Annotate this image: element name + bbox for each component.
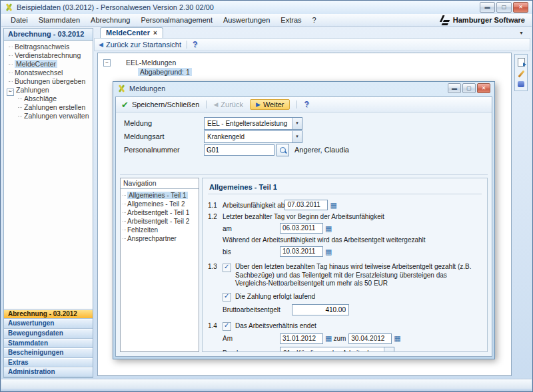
accordion-bewegungsdaten[interactable]: Bewegungsdaten	[4, 329, 93, 339]
next-button[interactable]: ▶ Weiter	[250, 99, 290, 110]
calendar-icon[interactable]: ▦	[325, 335, 332, 342]
menu-personalmanagement[interactable]: Personalmanagement	[135, 15, 218, 25]
app-window: Beispieldaten (03.2012) - Personalwesen …	[0, 0, 533, 392]
teilentgelt-checkbox[interactable]	[223, 264, 231, 272]
sidebar-accordion: Abrechnung - 03.2012 Auswertungen Bewegu…	[4, 309, 93, 377]
dialog-maximize-button[interactable]: ▢	[462, 83, 476, 93]
tab-meldecenter[interactable]: MeldeCenter×	[100, 27, 163, 38]
sidebar-item-zahlungen-verwalten[interactable]: Zahlungen verwalten	[4, 112, 93, 120]
personalnummer-search-button[interactable]	[276, 144, 289, 156]
menu-datei[interactable]: Datei	[5, 15, 33, 25]
sidebar: Abrechnung - 03.2012 Beitragsnachweis Ve…	[3, 28, 93, 378]
meldungen-dialog: Meldungen ▬ ▢ ✕ ✔ Speichern/Schließen ◀ …	[113, 81, 495, 359]
minimize-icon: ▬	[485, 5, 490, 10]
accordion-extras[interactable]: Extras	[4, 358, 93, 368]
endet-am-date-field[interactable]: 31.01.2012	[280, 333, 323, 344]
bruttoarbeitsentgelt-label: Bruttoarbeitsentgelt	[223, 306, 292, 313]
personalnummer-label: Personalnummer	[124, 146, 204, 154]
export-document-icon[interactable]	[518, 58, 525, 67]
zahlung-laufend-checkbox[interactable]	[223, 293, 231, 301]
close-button[interactable]: ✕	[513, 2, 528, 13]
dialog-close-button[interactable]: ✕	[477, 83, 490, 93]
bruttoarbeitsentgelt-input[interactable]	[292, 304, 349, 315]
menu-help[interactable]: ?	[307, 15, 322, 25]
minimize-button[interactable]: ▬	[480, 2, 495, 13]
zum-date-field[interactable]: 30.04.2012	[348, 333, 392, 344]
personalnummer-input[interactable]	[204, 144, 274, 156]
side-icon-strip	[514, 54, 528, 91]
sidebar-item-meldecenter[interactable]: MeldeCenter	[4, 60, 93, 69]
pencil-icon[interactable]	[518, 70, 524, 77]
menu-auswertungen[interactable]: Auswertungen	[218, 15, 275, 25]
brand-area: Hamburger Software	[440, 15, 528, 25]
menu-stammdaten[interactable]: Stammdaten	[33, 15, 85, 25]
window-title: Beispieldaten (03.2012) - Personalwesen …	[17, 3, 214, 11]
back-button-disabled[interactable]: ◀ Zurück	[213, 100, 243, 108]
tab-list-dropdown-icon[interactable]: ▼	[519, 31, 524, 35]
tree-collapse-icon[interactable]: −	[103, 59, 111, 67]
nav-arbeitsentgelt-teil-2[interactable]: Arbeitsentgelt - Teil 2	[121, 217, 199, 226]
dialog-body: ✔ Speichern/Schließen ◀ Zurück ▶ Weiter …	[115, 97, 492, 357]
dialog-navigation: Navigation Allgemeines - Teil 1 Allgemei…	[120, 178, 199, 352]
meldung-label: Meldung	[124, 119, 204, 127]
toolbar-separator	[206, 100, 207, 108]
sidebar-item-buchungen-uebergeben[interactable]: Buchungen übergeben	[4, 77, 93, 86]
calendar-icon[interactable]: ▦	[325, 225, 332, 232]
sidebar-header: Abrechnung - 03.2012	[4, 29, 93, 41]
accordion-abrechnung[interactable]: Abrechnung - 03.2012	[4, 309, 93, 319]
nav-fehlzeiten[interactable]: Fehlzeiten	[121, 226, 199, 234]
nav-ansprechpartner[interactable]: Ansprechpartner	[121, 234, 199, 243]
nav-allgemeines-teil-1[interactable]: Allgemeines - Teil 1	[121, 191, 199, 200]
sidebar-item-monatswechsel[interactable]: Monatswechsel	[4, 69, 93, 77]
section-number: 1.2	[205, 213, 223, 220]
back-to-start-button[interactable]: ◀ Zurück zur Startansicht	[99, 41, 181, 49]
calendar-icon[interactable]: ▦	[330, 202, 336, 209]
sidebar-item-zahlungen[interactable]: −Zahlungen	[4, 86, 93, 95]
menu-abrechnung[interactable]: Abrechnung	[85, 15, 135, 25]
maximize-button[interactable]: ▢	[496, 2, 512, 13]
dialog-content-panel: Allgemeines - Teil 1 1.1 Arbeitsunfähigk…	[202, 178, 488, 352]
dialog-help-icon[interactable]: ?	[304, 100, 308, 109]
am-date-field[interactable]: 06.03.2011	[280, 223, 323, 234]
menu-extras[interactable]: Extras	[275, 15, 306, 25]
maximize-icon: ▢	[466, 86, 472, 91]
calendar-icon[interactable]: ▦	[325, 248, 332, 256]
search-icon	[280, 147, 286, 153]
sidebar-item-zahlungen-erstellen[interactable]: Zahlungen erstellen	[4, 103, 93, 112]
accordion-administration[interactable]: Administration	[4, 367, 93, 377]
nav-arbeitsentgelt-teil-1[interactable]: Arbeitsentgelt - Teil 1	[121, 208, 199, 217]
teilentgelt-checkbox-label: Über den letzten bezahlten Tag hinaus wi…	[235, 263, 480, 288]
save-check-icon: ✔	[121, 100, 129, 110]
sidebar-item-verdienstabrechnung[interactable]: Verdienstabrechnung	[4, 51, 93, 60]
dialog-app-icon	[117, 85, 126, 93]
sidebar-item-beitragsnachweis[interactable]: Beitragsnachweis	[4, 43, 93, 51]
navigation-header: Navigation	[121, 178, 199, 189]
tree-item-abgabegrund[interactable]: Abgabegrund: 1	[138, 68, 511, 76]
help-icon[interactable]: ?	[193, 40, 197, 49]
meldungsart-select[interactable]: Krankengeld ▼	[204, 130, 302, 143]
dialog-minimize-button[interactable]: ▬	[448, 83, 461, 93]
nav-allgemeines-teil-2[interactable]: Allgemeines - Teil 2	[121, 200, 199, 208]
arbeitsunfaehigkeit-ab-label: Arbeitsunfähigkeit ab	[223, 202, 284, 209]
accordion-bescheinigungen[interactable]: Bescheinigungen	[4, 348, 93, 358]
stamp-icon[interactable]	[518, 81, 524, 87]
person-name: Angerer, Claudia	[294, 146, 349, 154]
title-bar: Beispieldaten (03.2012) - Personalwesen …	[1, 1, 532, 14]
arbeitsverhaeltnis-endet-checkbox[interactable]	[223, 322, 231, 331]
sidebar-item-abschlaege[interactable]: Abschläge	[4, 95, 93, 103]
arbeitsverhaeltnis-endet-label: Das Arbeitsverhältnis endet	[235, 322, 316, 329]
calendar-icon[interactable]: ▦	[394, 335, 400, 342]
save-close-button[interactable]: ✔ Speichern/Schließen	[121, 100, 199, 110]
arbeitsunfaehigkeit-ab-date-field[interactable]: 07.03.2011	[284, 200, 328, 210]
next-arrow-icon: ▶	[256, 101, 261, 108]
meldung-select[interactable]: EEL - Entgeltersatzleistung ▼	[204, 117, 302, 130]
dialog-split-body: Navigation Allgemeines - Teil 1 Allgemei…	[120, 174, 488, 352]
tab-close-icon[interactable]: ×	[153, 29, 157, 37]
bis-date-field[interactable]: 10.03.2011	[280, 246, 323, 257]
durch-select[interactable]: 01 - Kündigung des Arbeitgebers ▼	[280, 347, 394, 353]
tree-root-eel-meldungen[interactable]: EEL-Meldungen	[126, 59, 176, 67]
accordion-stammdaten[interactable]: Stammdaten	[4, 339, 93, 349]
accordion-auswertungen[interactable]: Auswertungen	[4, 319, 93, 329]
bis-label: bis	[223, 248, 280, 256]
toolbar-separator	[296, 100, 297, 108]
